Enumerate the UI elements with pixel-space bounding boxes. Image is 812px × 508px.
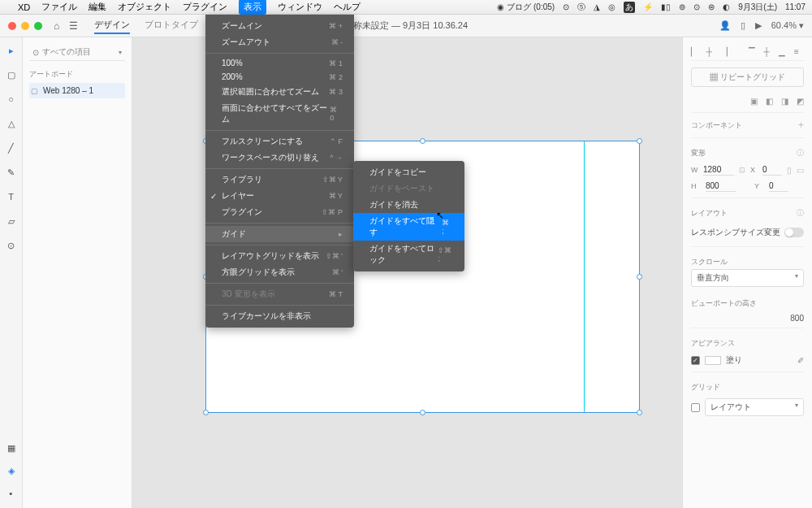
distribute-icon[interactable]: ≡ bbox=[794, 47, 804, 57]
submenu-item[interactable]: ガイドをペースト bbox=[353, 180, 464, 197]
repeat-grid-button[interactable]: ▦ リピートグリッド bbox=[691, 67, 804, 87]
menu-view[interactable]: 表示 bbox=[239, 0, 266, 15]
status-icon[interactable]: ◎ bbox=[608, 2, 615, 11]
selection-handle[interactable] bbox=[637, 138, 642, 144]
layer-item[interactable]: Web 1280 – 1 bbox=[29, 83, 125, 98]
menu-item[interactable]: プラグイン⇧⌘ P bbox=[205, 204, 354, 220]
menu-item[interactable]: 選択範囲に合わせてズーム⌘ 3 bbox=[205, 84, 354, 100]
menu-item[interactable]: レイアウトグリッドを表示⇧⌘ ' bbox=[205, 248, 354, 264]
submenu-item[interactable]: ガイドをコピー bbox=[353, 164, 464, 180]
menu-item[interactable]: ライブカーソルを非表示 bbox=[205, 308, 354, 324]
align-center-h-icon[interactable]: ┼ bbox=[706, 47, 716, 57]
polygon-tool[interactable]: △ bbox=[5, 117, 18, 130]
align-center-v-icon[interactable]: ┼ bbox=[764, 47, 774, 57]
menu-edit[interactable]: 編集 bbox=[89, 1, 106, 13]
boolean-subtract-icon[interactable]: ◧ bbox=[766, 97, 773, 106]
menu-item[interactable]: 画面に合わせてすべてをズーム⌘ 0 bbox=[205, 100, 354, 128]
orientation-landscape-icon[interactable]: ▭ bbox=[797, 166, 804, 175]
artboard-tool[interactable]: ▱ bbox=[5, 215, 18, 228]
siri-icon[interactable]: ◐ bbox=[723, 2, 730, 11]
time-label[interactable]: 11:07 bbox=[785, 2, 806, 11]
boolean-exclude-icon[interactable]: ◩ bbox=[797, 97, 804, 106]
align-right-icon[interactable]: ▕ bbox=[721, 47, 731, 57]
align-left-icon[interactable]: ▏ bbox=[691, 47, 701, 57]
rectangle-tool[interactable]: ▢ bbox=[5, 68, 18, 81]
date-label[interactable]: 9月3日(土) bbox=[738, 2, 777, 13]
selection-handle[interactable] bbox=[637, 274, 642, 280]
grid-select[interactable]: レイアウト bbox=[705, 398, 804, 416]
app-name[interactable]: XD bbox=[18, 2, 30, 12]
layers-icon[interactable]: ◈ bbox=[5, 464, 18, 477]
libraries-icon[interactable]: ▦ bbox=[5, 441, 18, 454]
menu-icon[interactable]: ☰ bbox=[69, 20, 78, 32]
eyedropper-icon[interactable]: ✐ bbox=[797, 356, 804, 365]
tab-design[interactable]: デザイン bbox=[94, 17, 130, 34]
selection-handle[interactable] bbox=[420, 138, 425, 144]
battery-icon[interactable]: ▮▯ bbox=[661, 2, 671, 11]
menu-item[interactable]: レイヤー⌘ Y bbox=[205, 188, 354, 204]
viewport-value[interactable]: 800 bbox=[691, 312, 804, 324]
selection-handle[interactable] bbox=[203, 410, 209, 415]
menu-item[interactable]: 200%⌘ 2 bbox=[205, 70, 354, 84]
x-input[interactable] bbox=[762, 164, 782, 176]
menu-item[interactable]: ガイド▸ bbox=[205, 226, 354, 242]
menu-item[interactable]: ライブラリ⇧⌘ Y bbox=[205, 172, 354, 188]
submenu-item[interactable]: ガイドを消去 bbox=[353, 197, 464, 213]
submenu-item[interactable]: ガイドをすべて隠す⌘ ; bbox=[353, 213, 464, 241]
info-icon[interactable]: ⓘ bbox=[797, 148, 804, 158]
info-icon[interactable]: ⓘ bbox=[797, 208, 804, 219]
text-tool[interactable]: T bbox=[5, 190, 18, 203]
menu-item[interactable]: ワークスペースの切り替え^ → bbox=[205, 150, 354, 166]
menu-item[interactable]: 方眼グリッドを表示⌘ ' bbox=[205, 264, 354, 280]
boolean-intersect-icon[interactable]: ◨ bbox=[781, 97, 788, 106]
menu-help[interactable]: ヘルプ bbox=[334, 1, 361, 13]
scroll-select[interactable]: 垂直方向 bbox=[691, 269, 804, 287]
pen-tool[interactable]: ✎ bbox=[5, 166, 18, 179]
fill-checkbox[interactable]: ✓ bbox=[691, 356, 700, 365]
search-input[interactable]: ⊙ すべての項目 bbox=[29, 44, 125, 61]
grid-checkbox[interactable] bbox=[691, 403, 700, 412]
tab-prototype[interactable]: プロトタイプ bbox=[145, 17, 198, 34]
status-icon[interactable]: ⓢ bbox=[577, 2, 585, 13]
selection-handle[interactable] bbox=[420, 410, 425, 415]
zoom-level[interactable]: 60.4% ▾ bbox=[771, 20, 804, 31]
lock-ratio-icon[interactable]: ⊡ bbox=[739, 166, 745, 174]
selection-handle[interactable] bbox=[637, 410, 642, 415]
menu-plugin[interactable]: プラグイン bbox=[183, 1, 227, 13]
zoom-tool[interactable]: ⊙ bbox=[5, 239, 18, 252]
invite-icon[interactable]: 👤 bbox=[719, 20, 731, 31]
maximize-window-button[interactable] bbox=[34, 22, 42, 30]
plugins-icon[interactable]: ▪ bbox=[5, 487, 18, 500]
width-input[interactable] bbox=[703, 164, 734, 176]
minimize-window-button[interactable] bbox=[21, 22, 29, 30]
ellipse-tool[interactable]: ○ bbox=[5, 93, 18, 106]
y-input[interactable] bbox=[769, 180, 788, 192]
fill-swatch[interactable] bbox=[705, 356, 721, 365]
line-tool[interactable]: ╱ bbox=[5, 141, 18, 154]
menu-file[interactable]: ファイル bbox=[41, 1, 77, 13]
add-component-button[interactable]: + bbox=[798, 119, 804, 131]
wifi-icon[interactable]: ⊚ bbox=[679, 2, 685, 11]
menu-window[interactable]: ウィンドウ bbox=[278, 1, 322, 13]
vertical-guide[interactable] bbox=[584, 141, 585, 412]
responsive-toggle[interactable] bbox=[784, 228, 804, 237]
submenu-item[interactable]: ガイドをすべてロック⇧⌘ ; bbox=[353, 241, 464, 268]
menu-item[interactable]: 100%⌘ 1 bbox=[205, 56, 354, 70]
status-icon[interactable]: ⚡ bbox=[643, 2, 653, 11]
search-icon[interactable]: ⊙ bbox=[693, 2, 700, 11]
status-blog[interactable]: ◉ ブログ (0:05) bbox=[497, 2, 555, 13]
height-input[interactable] bbox=[706, 180, 736, 192]
close-window-button[interactable] bbox=[8, 22, 16, 30]
status-icon[interactable]: ⊙ bbox=[563, 2, 569, 11]
align-bottom-icon[interactable]: ▁ bbox=[779, 47, 788, 57]
home-icon[interactable]: ⌂ bbox=[54, 20, 59, 32]
status-icon[interactable]: ◮ bbox=[594, 2, 600, 11]
align-top-icon[interactable]: ▔ bbox=[749, 47, 758, 57]
menu-item[interactable]: ズームアウト⌘ - bbox=[205, 34, 354, 50]
menu-item[interactable]: 3D 変形を表示⌘ T bbox=[205, 286, 354, 302]
menu-item[interactable]: ズームイン⌘ + bbox=[205, 18, 354, 34]
orientation-portrait-icon[interactable]: ▯ bbox=[787, 166, 792, 175]
play-icon[interactable]: ▶ bbox=[755, 20, 762, 31]
status-ime-icon[interactable]: あ bbox=[624, 2, 635, 13]
menu-item[interactable]: フルスクリーンにする⌃ F bbox=[205, 133, 354, 150]
